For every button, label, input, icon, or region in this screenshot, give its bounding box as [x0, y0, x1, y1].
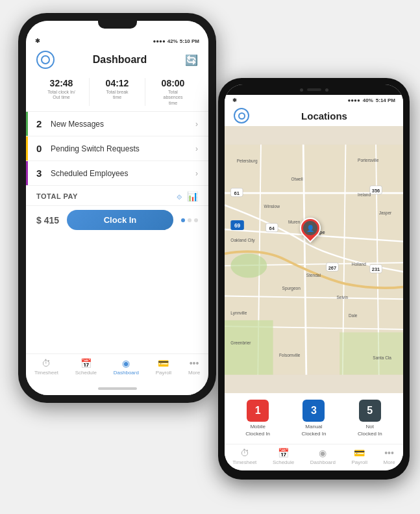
svg-text:Portersville: Portersville: [358, 158, 379, 162]
phone2-camera-bar: [225, 84, 403, 95]
nav2-timesheet[interactable]: ⏱ Timesheet: [232, 448, 256, 465]
nav2-dashboard[interactable]: ◉ Dashboard: [310, 448, 336, 465]
more-label: More: [188, 370, 200, 376]
nav-payroll[interactable]: 💳 Payroll: [156, 358, 171, 376]
phone2-device: ✱ ●●●● 40% 5:14 PM Locations: [218, 78, 410, 480]
pin-circle: 👤: [295, 213, 325, 242]
label-not-clocked: NotClocked In: [358, 424, 382, 437]
cam-speaker: [307, 88, 321, 91]
status-right-icons: ●●●● 42% 5:10 PM: [153, 38, 199, 44]
status2-right: ●●●● 40% 5:14 PM: [347, 97, 395, 103]
menu-scheduled-employees[interactable]: 3 Scheduled Employees ›: [26, 161, 208, 186]
status2-time: 5:14 PM: [376, 97, 395, 103]
svg-text:Oakland City: Oakland City: [230, 238, 255, 243]
schedule-label: Schedule: [75, 370, 97, 376]
nav2-payroll[interactable]: 💳 Payroll: [351, 448, 367, 465]
menu-pending-switch[interactable]: 0 Pending Switch Requests ›: [26, 136, 208, 161]
clock-in-dots: [181, 218, 198, 222]
total-pay-section: TOTAL PAY ⟐ 📊: [26, 186, 208, 206]
payroll-label: Payroll: [156, 370, 171, 376]
phone1-title: Dashboard: [93, 54, 147, 66]
status-signal: ●●●●: [153, 38, 165, 44]
loc-card-not: 5 NotClocked In: [345, 400, 395, 437]
home-bar: [98, 387, 137, 390]
phone1-screen: ✱ ●●●● 42% 5:10 PM Dashboard 🔄 32:48: [26, 21, 208, 395]
menu-left-0: 2 New Messages: [36, 118, 104, 129]
chevron-icon-2: ›: [195, 169, 198, 178]
phone2-screen: ✱ ●●●● 40% 5:14 PM Locations: [225, 84, 403, 470]
label-scheduled: Scheduled Employees: [51, 169, 128, 178]
chevron-icon-0: ›: [195, 120, 198, 129]
label-switch: Pending Switch Requests: [51, 144, 140, 153]
loc-card-manual: 3 ManualClocked In: [288, 400, 339, 437]
phone1-logo: [36, 51, 55, 69]
svg-text:267: 267: [328, 265, 336, 271]
svg-text:Spurgeon: Spurgeon: [282, 286, 301, 291]
phone1-status-bar: ✱ ●●●● 42% 5:10 PM: [26, 35, 208, 47]
stat-break-time: 04:12 Total breaktime: [90, 78, 145, 106]
total-pay-icons: ⟐ 📊: [177, 191, 198, 201]
svg-text:Selvin: Selvin: [336, 295, 348, 300]
home-indicator: [26, 382, 208, 395]
stat-label-0: Total clock In/Out time: [34, 90, 89, 101]
status2-signal: ●●●●: [347, 97, 360, 103]
phone2-logo: [234, 108, 249, 123]
stat-label-1: Total breaktime: [90, 90, 145, 101]
accent-green: [26, 112, 28, 136]
accent-yellow: [26, 136, 28, 161]
scene: ✱ ●●●● 42% 5:10 PM Dashboard 🔄 32:48: [0, 0, 420, 514]
chart-icon[interactable]: 📊: [187, 191, 198, 201]
dashboard-label: Dashboard: [114, 370, 139, 376]
schedule2-label: Schedule: [273, 459, 294, 465]
clock-in-button[interactable]: Clock In: [67, 210, 173, 230]
stat-label-2: Totalabsencestime: [145, 90, 201, 106]
timesheet2-label: Timesheet: [232, 459, 256, 465]
dashboard-icon: ◉: [122, 358, 130, 368]
dashboard2-icon: ◉: [319, 448, 327, 458]
total-pay-label: TOTAL PAY: [36, 192, 78, 200]
nav-dashboard[interactable]: ◉ Dashboard: [114, 358, 139, 376]
svg-text:Lynnville: Lynnville: [230, 311, 247, 316]
phone1-app-header: Dashboard 🔄: [26, 47, 208, 73]
nav-more[interactable]: ••• More: [188, 358, 200, 376]
dashboard2-label: Dashboard: [310, 459, 336, 465]
stats-row: 32:48 Total clock In/Out time 04:12 Tota…: [26, 73, 208, 112]
svg-text:231: 231: [372, 266, 380, 272]
stat-value-0: 32:48: [34, 78, 89, 88]
menu-new-messages[interactable]: 2 New Messages ›: [26, 112, 208, 136]
payroll-icon: 💳: [158, 358, 169, 368]
svg-text:Dale: Dale: [349, 313, 358, 318]
phone2-title: Locations: [254, 110, 394, 122]
status-bt-icon: ✱: [35, 38, 40, 44]
menu-left-2: 3 Scheduled Employees: [36, 168, 128, 179]
nav-timesheet[interactable]: ⏱ Timesheet: [34, 358, 58, 376]
refresh-icon[interactable]: 🔄: [185, 54, 198, 66]
more2-icon: •••: [384, 448, 394, 458]
map-area: 61 64 267 356 231 69 Petersburg Portersv…: [225, 126, 403, 393]
nav-schedule[interactable]: 📅 Schedule: [75, 358, 97, 376]
share-icon[interactable]: ⟐: [177, 191, 182, 201]
stat-value-1: 04:12: [90, 78, 145, 88]
cam-dot-2: [325, 88, 328, 92]
nav2-schedule[interactable]: 📅 Schedule: [273, 448, 294, 465]
svg-text:Holland: Holland: [352, 262, 366, 266]
dot-3: [194, 218, 198, 222]
badge-not-clocked: 5: [359, 400, 381, 422]
phone1-logo-inner: [41, 55, 50, 64]
stat-total-time: 32:48 Total clock In/Out time: [34, 78, 90, 106]
phone2-logo-inner: [238, 112, 245, 120]
label-messages: New Messages: [51, 120, 104, 129]
svg-rect-11: [340, 332, 403, 374]
nav2-more[interactable]: ••• More: [383, 448, 395, 465]
svg-text:Winslow: Winslow: [264, 204, 280, 209]
svg-text:Greenbrier: Greenbrier: [230, 341, 251, 345]
more-icon: •••: [190, 358, 199, 368]
badge-messages: 2: [36, 118, 45, 129]
map-pin: 👤: [300, 218, 321, 238]
timesheet2-icon: ⏱: [240, 448, 249, 458]
phone1-bottom-nav: ⏱ Timesheet 📅 Schedule ◉ Dashboard 💳 Pay…: [26, 353, 208, 382]
timesheet-label: Timesheet: [34, 370, 58, 376]
svg-text:Otwell: Otwell: [291, 177, 304, 181]
map-svg: 61 64 267 356 231 69 Petersburg Portersv…: [225, 126, 403, 393]
svg-text:Muren: Muren: [288, 220, 301, 224]
